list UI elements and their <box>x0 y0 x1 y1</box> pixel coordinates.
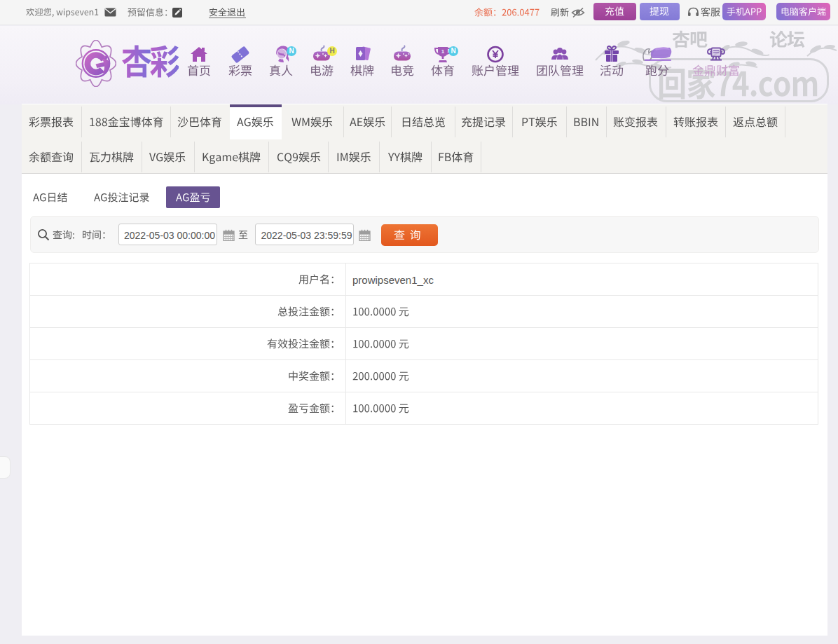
svg-text:1: 1 <box>441 48 445 55</box>
